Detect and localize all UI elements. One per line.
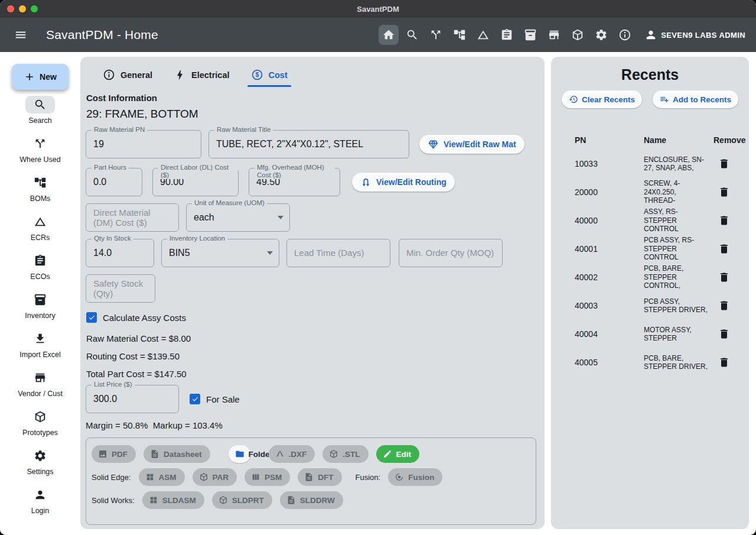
check-icon: [87, 313, 96, 322]
sidebar-item-login[interactable]: Login: [31, 481, 50, 519]
sidebar-item-vendor-cust[interactable]: Vendor / Cust: [18, 364, 63, 402]
inventory-box-icon: [34, 291, 47, 309]
min-order-qty-field[interactable]: Min. Order Qty (MOQ): [399, 239, 503, 267]
part-hours-field[interactable]: Part Hours 0.0: [86, 168, 142, 196]
ecos-clipboard-icon: [500, 28, 513, 41]
pdf-chip[interactable]: PDF: [92, 445, 136, 463]
safety-stock-field: Safety Stock (Qty): [86, 274, 155, 303]
recent-row[interactable]: 40003 PCB ASSY, STEPPER DRIVER,: [551, 291, 749, 320]
user-menu[interactable]: SEVEN9 LABS ADMIN: [644, 28, 745, 41]
header-vendor-button[interactable]: [544, 25, 564, 45]
search-icon: [25, 96, 55, 114]
uom-select[interactable]: Unit of Measure (UOM) each: [186, 203, 290, 232]
recent-row[interactable]: 40005 PCB, BARE, STEPPER DRIVER,: [551, 348, 749, 377]
sidebar-item-ecos[interactable]: ECOs: [30, 247, 50, 285]
sidebar-item-settings[interactable]: Settings: [27, 442, 53, 480]
remove-recent-button[interactable]: [713, 186, 735, 198]
recent-row[interactable]: 20000 SCREW, 4-24X0.250, THREAD-: [551, 178, 749, 206]
header-search-button[interactable]: [402, 25, 422, 45]
sidebar-item-import-excel[interactable]: Import Excel: [19, 325, 60, 363]
remove-recent-button[interactable]: [713, 158, 735, 170]
calc-assy-checkbox[interactable]: [86, 312, 97, 323]
tab-cost[interactable]: Cost: [245, 64, 294, 87]
prototypes-cube-icon: [571, 28, 584, 41]
psm-chip[interactable]: PSM: [245, 468, 290, 486]
lead-time-field[interactable]: Lead Time (Days): [286, 239, 390, 267]
add-to-recents-button[interactable]: Add to Recents: [653, 90, 738, 108]
fusion-icon: [395, 472, 404, 482]
tab-electrical[interactable]: Electrical: [168, 64, 236, 87]
dxf-chip[interactable]: .DXF: [269, 445, 315, 463]
sidebar-item-search[interactable]: Search: [25, 91, 55, 129]
header-ecos-button[interactable]: [497, 25, 517, 45]
field-label: Mfg. Overhead (MOH) Cost ($): [255, 164, 335, 179]
par-chip[interactable]: PAR: [193, 468, 237, 486]
mfg-overhead-cost-field[interactable]: Mfg. Overhead (MOH) Cost ($) 49.50: [249, 168, 340, 196]
remove-recent-button[interactable]: [713, 271, 735, 283]
recents-panel: Recents Clear Recents Add to Recents PN …: [551, 57, 749, 529]
slddrw-chip[interactable]: SLDDRW: [280, 491, 343, 509]
chip-label: Fusion: [408, 473, 434, 482]
minimize-window-button[interactable]: [19, 5, 26, 12]
view-edit-raw-mat-button[interactable]: View/Edit Raw Mat: [419, 135, 524, 154]
zoom-window-button[interactable]: [31, 5, 38, 12]
recent-name: PCB, BARE, STEPPER CONTROL,: [644, 264, 709, 290]
inventory-location-select[interactable]: Inventory Location BIN5: [161, 239, 279, 267]
recent-row[interactable]: 40004 MOTOR ASSY, STEPPER: [551, 320, 749, 348]
direct-labor-cost-field[interactable]: Direct Labor (DL) Cost ($) 90.00: [152, 168, 239, 196]
col-header-remove: Remove: [713, 135, 749, 145]
close-window-button[interactable]: [7, 5, 14, 12]
clear-recents-button[interactable]: Clear Recents: [562, 90, 642, 108]
header-settings-button[interactable]: [591, 25, 611, 45]
remove-recent-button[interactable]: [713, 300, 735, 312]
playlist-add-icon: [660, 95, 669, 104]
section-title: Cost Information: [86, 93, 545, 103]
button-label: View/Edit Raw Mat: [444, 140, 516, 149]
asm-chip[interactable]: ASM: [139, 468, 185, 486]
remove-recent-button[interactable]: [713, 215, 735, 226]
header-inventory-button[interactable]: [520, 25, 540, 45]
recent-row[interactable]: 40002 PCB, BARE, STEPPER CONTROL,: [551, 263, 749, 291]
sldprt-chip[interactable]: SLDPRT: [212, 491, 272, 509]
for-sale-checkbox[interactable]: [190, 394, 200, 404]
menu-button[interactable]: [11, 25, 31, 45]
header-info-button[interactable]: [615, 25, 635, 45]
datasheet-chip[interactable]: Datasheet: [144, 445, 210, 463]
new-button[interactable]: New: [12, 64, 69, 90]
fusion-chip[interactable]: Fusion: [388, 468, 442, 486]
app-window: SavantPDM SavantPDM - Home SEVEN9 LABS A…: [0, 0, 756, 535]
chip-label: SLDASM: [162, 496, 196, 505]
raw-material-title-field[interactable]: Raw Material Title TUBE, RECT, 2"X4"X0.1…: [208, 130, 409, 158]
edit-button[interactable]: Edit: [376, 445, 420, 463]
remove-recent-button[interactable]: [713, 356, 735, 368]
recent-row[interactable]: 40001 PCB ASSY, RS-STEPPER CONTROL: [551, 235, 749, 263]
header-prototypes-button[interactable]: [568, 25, 588, 45]
stl-chip[interactable]: .STL: [322, 445, 368, 463]
header-boms-button[interactable]: [449, 25, 470, 45]
sidebar-item-where-used[interactable]: Where Used: [19, 130, 60, 168]
trash-icon: [718, 243, 730, 255]
history-icon: [569, 95, 578, 104]
sldasm-chip[interactable]: SLDASM: [142, 491, 204, 509]
recent-row[interactable]: 10033 ENCLOSURE, SN-27, SNAP, ABS,: [551, 150, 749, 178]
header-ecrs-button[interactable]: [473, 25, 493, 45]
home-button[interactable]: [379, 25, 399, 45]
info-icon: [103, 69, 115, 81]
raw-material-pn-field[interactable]: Raw Material PN 19: [86, 130, 201, 158]
dft-chip[interactable]: DFT: [298, 468, 341, 486]
sidebar-item-ecrs[interactable]: ECRs: [31, 208, 50, 246]
sidebar-item-inventory[interactable]: Inventory: [25, 286, 55, 324]
qty-in-stock-field[interactable]: Qty In Stock 14.0: [86, 239, 154, 267]
tab-general[interactable]: General: [97, 64, 158, 87]
sidebar-item-boms[interactable]: BOMs: [30, 169, 51, 207]
view-edit-routing-button[interactable]: View/Edit Routing: [352, 173, 455, 192]
header-where-used-button[interactable]: [426, 25, 446, 45]
remove-recent-button[interactable]: [713, 328, 735, 340]
chip-label: Edit: [396, 450, 412, 459]
list-price-field[interactable]: List Price ($) 300.0: [86, 385, 179, 413]
remove-recent-button[interactable]: [713, 243, 735, 255]
recent-row[interactable]: 40000 ASSY, RS-STEPPER CONTROL: [551, 206, 749, 235]
folder-chip[interactable]: Folder: [229, 445, 250, 463]
sidebar-item-prototypes[interactable]: Prototypes: [22, 403, 58, 441]
field-label: List Price ($): [92, 381, 135, 388]
